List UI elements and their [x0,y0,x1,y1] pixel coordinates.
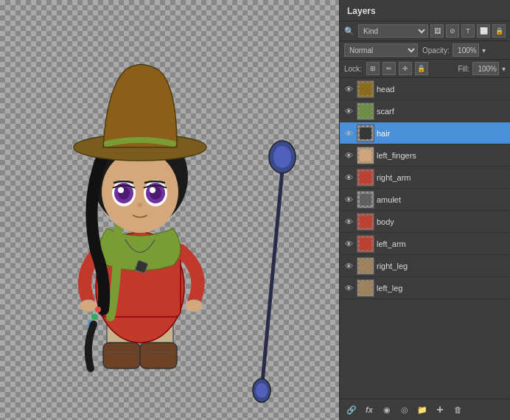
layer-thumbnail [357,125,374,142]
opacity-chevron[interactable]: ▾ [482,46,486,55]
layer-name: amulet [377,195,507,204]
layer-item[interactable]: 👁left_arm [340,233,510,255]
eye-visibility-icon[interactable]: 👁 [343,172,354,183]
link-button[interactable]: 🔗 [344,402,359,417]
layer-item[interactable]: 👁right_arm [340,167,510,189]
layer-thumbnail [357,102,374,120]
layer-item[interactable]: 👁scarf [340,100,510,122]
layer-name: hair [377,129,507,138]
layer-thumbnail [357,257,374,275]
svg-rect-8 [140,343,177,368]
layer-thumbnail [357,147,374,164]
group-button[interactable]: 📁 [415,402,430,417]
delete-button[interactable]: 🗑 [450,402,465,417]
fill-input[interactable] [472,62,499,75]
lock-row: Lock: ⊞ ✏ ✛ 🔒 Fill: ▾ [340,60,510,78]
lock-label: Lock: [344,65,362,73]
filter-icon-btn-shape[interactable]: ⬜ [477,24,490,38]
layer-thumbnail [357,279,374,297]
layer-name: right_leg [377,262,507,270]
svg-point-4 [256,383,268,398]
layer-name: body [377,217,507,226]
filter-icon: 🔍 [344,27,354,36]
blend-mode-select[interactable]: Normal Multiply Screen Overlay [344,43,418,57]
canvas-area[interactable] [0,0,339,420]
opacity-label: Opacity: [422,46,450,55]
layer-item[interactable]: 👁head [340,78,510,100]
layer-name: right_arm [377,173,507,182]
layer-thumbnail [357,191,374,209]
lock-position-btn[interactable]: ✛ [399,62,412,75]
layer-item[interactable]: 👁left_leg [340,277,510,299]
layer-item[interactable]: 👁left_fingers [340,144,510,167]
svg-point-31 [150,187,156,193]
layers-title: Layers [347,6,376,16]
layer-name: left_arm [377,239,507,248]
layer-item[interactable]: 👁right_leg [340,255,510,277]
fill-chevron[interactable]: ▾ [502,65,506,73]
layer-thumbnail [357,213,374,231]
layers-footer: 🔗 fx ◉ ◎ 📁 + 🗑 [340,399,510,420]
layer-item[interactable]: 👁hair [340,122,510,144]
layer-name: left_fingers [377,151,507,160]
layer-name: scarf [377,107,507,116]
filter-icon-btn-adjust[interactable]: ⊘ [446,24,459,38]
layer-item[interactable]: 👁amulet [340,189,510,211]
fill-label: Fill: [458,65,469,73]
svg-point-13 [80,300,97,312]
opacity-input[interactable] [453,43,479,57]
filter-row: 🔍 Kind 🖼 ⊘ T ⬜ 🔒 [340,21,510,41]
svg-point-19 [95,307,101,312]
layers-panel-header: Layers [340,0,510,21]
lock-all-btn[interactable]: 🔒 [415,62,428,75]
new-layer-button[interactable]: + [433,402,447,417]
eye-visibility-icon[interactable]: 👁 [343,238,354,250]
svg-point-14 [185,300,203,312]
fx-button[interactable]: fx [362,402,377,417]
eye-visibility-icon[interactable]: 👁 [343,105,354,117]
eye-visibility-icon[interactable]: 👁 [343,83,354,95]
layers-panel: Layers 🔍 Kind 🖼 ⊘ T ⬜ 🔒 Normal Multiply … [339,0,510,420]
character-canvas [0,0,339,420]
eye-visibility-icon[interactable]: 👁 [343,282,354,294]
layer-thumbnail [357,80,374,98]
layer-item[interactable]: 👁body [340,211,510,233]
filter-icon-btn-image[interactable]: 🖼 [430,24,444,38]
filter-select[interactable]: Kind [358,24,428,38]
mask-button[interactable]: ◉ [380,402,394,417]
layers-list[interactable]: 👁head👁scarf👁hair👁left_fingers👁right_arm👁… [340,78,510,399]
eye-visibility-icon[interactable]: 👁 [343,150,354,161]
layer-name: head [377,85,507,94]
eye-visibility-icon[interactable]: 👁 [343,260,354,272]
lock-transparent-btn[interactable]: ⊞ [366,62,380,75]
eye-visibility-icon[interactable]: 👁 [343,194,354,206]
eye-visibility-icon[interactable]: 👁 [343,127,354,139]
svg-point-32 [137,203,143,207]
svg-point-2 [273,146,291,168]
adjustment-button[interactable]: ◎ [397,402,412,417]
layer-name: left_leg [377,284,507,293]
layer-thumbnail [357,235,374,253]
blend-opacity-row: Normal Multiply Screen Overlay Opacity: … [340,41,510,60]
svg-rect-7 [103,343,140,368]
filter-icon-btn-type[interactable]: T [461,24,475,38]
svg-line-0 [262,155,284,391]
eye-visibility-icon[interactable]: 👁 [343,216,354,228]
svg-point-20 [91,314,97,320]
lock-image-btn[interactable]: ✏ [382,62,396,75]
filter-icon-btn-smartobj[interactable]: 🔒 [492,24,506,38]
svg-point-27 [118,187,124,193]
layer-thumbnail [357,169,374,186]
